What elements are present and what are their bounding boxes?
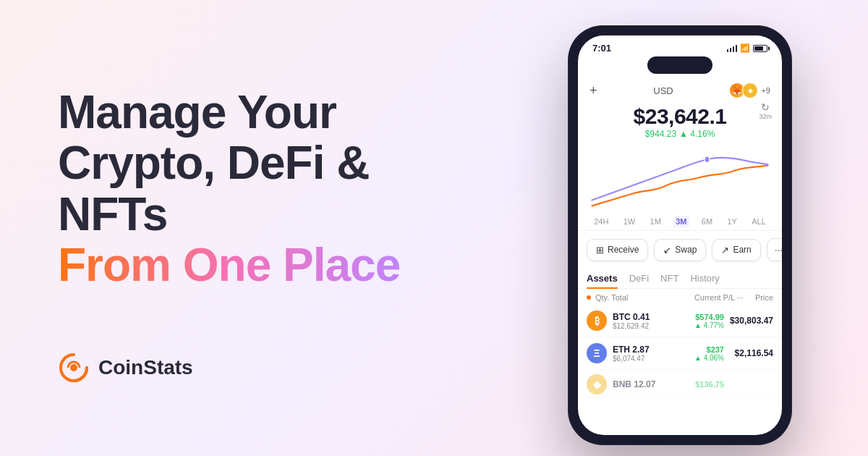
app-header: + USD 🦊 ◆ +9 xyxy=(578,77,782,101)
asset-list-header: Qty. Total Current P/L ··· Price xyxy=(578,289,782,305)
btc-qty: BTC 0.41 xyxy=(613,312,650,322)
filter-1w[interactable]: 1W xyxy=(621,216,639,227)
binance-wallet-icon[interactable]: ◆ xyxy=(742,83,758,98)
wallet-icons: 🦊 ◆ +9 xyxy=(729,83,770,98)
price-header: Price xyxy=(755,293,773,302)
asset-left-bnb: ◆ BNB 12.07 xyxy=(587,374,655,394)
btc-pnl-value: $574.99 xyxy=(655,313,724,321)
refresh-time: 32m xyxy=(759,113,772,120)
chart-area xyxy=(578,145,782,210)
asset-row-btc[interactable]: ₿ BTC 0.41 $12,629.42 $574.99 ▲ 4.77% $3… xyxy=(578,305,782,337)
btc-pnl: $574.99 ▲ 4.77% xyxy=(655,313,724,329)
logo-text: CoinStats xyxy=(98,356,193,379)
change-usd: $944.23 xyxy=(645,129,676,139)
earn-icon: ↗ xyxy=(721,245,729,256)
swap-icon: ↙ xyxy=(663,245,671,256)
eth-value: $6,074.47 xyxy=(613,355,650,363)
tabs: Assets DeFi NFT History xyxy=(578,269,782,289)
right-section: 7:01 📶 + USD xyxy=(521,0,868,456)
asset-header-right: Current P/L ··· Price xyxy=(694,293,773,302)
btc-price: $30,803.47 xyxy=(730,316,773,326)
filter-1m[interactable]: 1M xyxy=(647,216,664,227)
eth-icon: Ξ xyxy=(587,343,607,363)
eth-pnl-pct: ▲ 4.06% xyxy=(655,354,724,362)
tab-nft[interactable]: NFT xyxy=(660,269,678,288)
asset-row-eth[interactable]: Ξ ETH 2.87 $6,074.47 $237 ▲ 4.06% $2,116… xyxy=(578,337,782,370)
extra-wallets-count: +9 xyxy=(761,86,770,95)
bnb-qty: BNB 12.07 xyxy=(613,379,655,389)
more-button[interactable]: ··· xyxy=(767,238,782,261)
phone-frame: 7:01 📶 + USD xyxy=(568,25,792,445)
receive-icon: ⊞ xyxy=(596,245,604,256)
refresh-icon[interactable]: ↻ xyxy=(759,101,772,113)
eth-pnl: $237 ▲ 4.06% xyxy=(655,345,724,362)
filter-all[interactable]: ALL xyxy=(749,216,769,227)
eth-info: ETH 2.87 $6,074.47 xyxy=(613,345,650,363)
balance-section: $23,642.1 $944.23 ▲ 4.16% ↻ 32m xyxy=(578,101,782,145)
currency-selector[interactable]: USD xyxy=(653,85,673,96)
headline-place: Place xyxy=(283,239,400,291)
bnb-pnl: $136.75 xyxy=(661,380,724,389)
coinstats-logo-icon xyxy=(58,352,90,384)
tab-defi[interactable]: DeFi xyxy=(629,269,649,288)
change-pct: ▲ 4.16% xyxy=(679,129,715,139)
signal-icon xyxy=(727,45,738,52)
eth-price: $2,116.54 xyxy=(730,348,773,358)
asset-left-eth: Ξ ETH 2.87 $6,074.47 xyxy=(587,343,650,363)
qty-total-header: Qty. Total xyxy=(595,293,628,302)
add-wallet-button[interactable]: + xyxy=(590,83,597,98)
filter-3m[interactable]: 3M xyxy=(673,216,689,227)
receive-label: Receive xyxy=(608,245,639,255)
btc-value: $12,629.42 xyxy=(613,322,650,330)
filter-24h[interactable]: 24H xyxy=(591,216,611,227)
left-section: Manage Your Crypto, DeFi & NFTs From One… xyxy=(0,0,521,456)
earn-button[interactable]: ↗ Earn xyxy=(712,239,760,261)
wifi-icon: 📶 xyxy=(740,43,750,53)
headline-line3: From One Place xyxy=(58,239,400,291)
btc-pnl-pct: ▲ 4.77% xyxy=(655,321,724,329)
balance-change: $944.23 ▲ 4.16% xyxy=(578,129,782,139)
asset-sort-indicator: Qty. Total xyxy=(587,293,628,302)
logo-area: CoinStats xyxy=(58,352,477,384)
eth-qty: ETH 2.87 xyxy=(613,345,650,355)
headline-from-one: From One xyxy=(58,239,271,291)
app-content: + USD 🦊 ◆ +9 $23,642.1 $944.23 ▲ 4.16% xyxy=(578,77,782,435)
status-time: 7:01 xyxy=(592,43,611,54)
tab-assets[interactable]: Assets xyxy=(587,269,618,288)
filter-6m[interactable]: 6M xyxy=(699,216,715,227)
receive-button[interactable]: ⊞ Receive xyxy=(587,239,648,261)
phone-inner: 7:01 📶 + USD xyxy=(578,35,782,435)
swap-button[interactable]: ↙ Swap xyxy=(654,239,706,261)
tab-history[interactable]: History xyxy=(690,269,719,288)
total-balance: $23,642.1 xyxy=(578,104,782,129)
btc-info: BTC 0.41 $12,629.42 xyxy=(613,312,650,330)
asset-left-btc: ₿ BTC 0.41 $12,629.42 xyxy=(587,311,650,331)
headline-text: Manage Your Crypto, DeFi & NFTs From One… xyxy=(58,87,477,291)
swap-label: Swap xyxy=(675,245,697,255)
btc-icon: ₿ xyxy=(587,311,607,331)
headline-line1: Manage Your xyxy=(58,86,336,138)
headline-line2: Crypto, DeFi & NFTs xyxy=(58,137,369,240)
svg-point-2 xyxy=(705,156,710,163)
dynamic-island xyxy=(647,56,712,74)
earn-label: Earn xyxy=(733,245,751,255)
sort-dot xyxy=(587,295,591,300)
eth-pnl-value: $237 xyxy=(655,345,724,354)
action-buttons: ⊞ Receive ↙ Swap ↗ Earn ··· xyxy=(578,231,782,269)
pnl-header: Current P/L ··· xyxy=(694,293,744,302)
bnb-pnl-value: $136.75 xyxy=(661,380,724,389)
svg-point-1 xyxy=(70,364,77,371)
battery-icon xyxy=(753,45,767,52)
bnb-info: BNB 12.07 xyxy=(613,379,655,389)
status-bar: 7:01 📶 xyxy=(578,35,782,56)
asset-row-bnb[interactable]: ◆ BNB 12.07 $136.75 xyxy=(578,370,782,398)
headline: Manage Your Crypto, DeFi & NFTs From One… xyxy=(58,87,477,291)
time-filters: 24H 1W 1M 3M 6M 1Y ALL xyxy=(578,213,782,231)
bnb-icon: ◆ xyxy=(587,374,607,394)
status-icons: 📶 xyxy=(727,43,768,53)
filter-1y[interactable]: 1Y xyxy=(724,216,739,227)
